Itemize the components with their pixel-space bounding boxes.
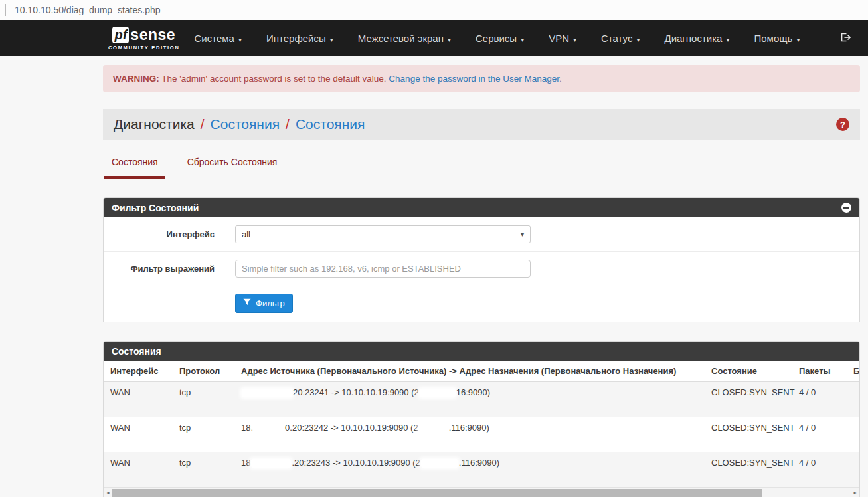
change-password-link[interactable]: Change the password in the User Manager. — [389, 74, 561, 84]
redacted-address-segment — [420, 389, 456, 397]
filter-button-row: Фильтр — [104, 286, 859, 322]
scrollbar-track[interactable] — [112, 488, 851, 497]
top-navbar: pf sense COMMUNITY EDITION Система▾Интер… — [0, 20, 868, 56]
tab-inactive[interactable]: Сбросить Состояния — [180, 157, 285, 179]
state-row: WANtcp18.0.20:23242 -> 10.10.10.19:9090 … — [104, 417, 859, 452]
states-panel: Состояния ИнтерфейсПротоколАдрес Источни… — [103, 341, 860, 497]
address-text: 20:23241 -> 10.10.10.19:9090 (2 — [293, 387, 419, 397]
chevron-down-icon: ▾ — [521, 36, 524, 43]
nav-item-label: Система — [195, 33, 234, 44]
help-icon[interactable]: ? — [836, 118, 849, 131]
scroll-right-arrow-icon[interactable]: ▸ — [851, 488, 859, 497]
logout-button[interactable] — [839, 32, 851, 45]
states-table-header-row: ИнтерфейсПротоколАдрес Источника (Первон… — [104, 361, 859, 382]
cell-address: 20:23241 -> 10.10.10.19:9090 (216:9090) — [234, 382, 705, 417]
cell-state: CLOSED:SYN_SENT — [705, 452, 792, 488]
states-table: ИнтерфейсПротоколАдрес Источника (Первон… — [104, 361, 859, 488]
tab-active[interactable]: Состояния — [104, 157, 165, 179]
redacted-address-segment — [419, 424, 448, 433]
nav-item-label: Сервисы — [476, 33, 517, 44]
nav-item-vpn[interactable]: VPN▾ — [549, 26, 576, 50]
chevron-down-icon: ▾ — [238, 36, 242, 43]
breadcrumb-link[interactable]: Состояния — [296, 116, 365, 132]
states-table-container: ИнтерфейсПротоколАдрес Источника (Первон… — [104, 361, 859, 488]
filter-panel: Фильтр Состояний Интерфейс all ▾ Фильтр … — [103, 197, 860, 322]
collapse-panel-icon[interactable] — [841, 203, 851, 213]
tab-bar: СостоянияСбросить Состояния — [103, 157, 860, 179]
filter-expression-label: Фильтр выражений — [104, 264, 215, 274]
column-header: Состояние — [705, 361, 792, 382]
filter-button-label: Фильтр — [256, 298, 285, 308]
nav-item-label: Помощь — [754, 33, 792, 44]
breadcrumb-link[interactable]: Состояния — [211, 116, 280, 132]
browser-address-bar[interactable]: 10.10.10.50/diag_dump_states.php — [0, 0, 868, 20]
address-text: .116:9090) — [459, 458, 499, 468]
column-header: Байты — [847, 361, 859, 382]
warning-prefix: WARNING: — [113, 74, 159, 84]
nav-item-diagnostics[interactable]: Диагностика▾ — [664, 26, 729, 50]
chevron-down-icon: ▾ — [448, 36, 451, 43]
nav-item-system[interactable]: Система▾ — [195, 26, 242, 50]
redacted-address-segment — [421, 459, 458, 468]
interface-form-row: Интерфейс all ▾ — [104, 217, 859, 252]
url-divider — [5, 4, 6, 16]
nav-item-interfaces[interactable]: Интерфейсы▾ — [266, 26, 333, 50]
breadcrumb-separator: / — [286, 116, 290, 132]
logout-icon — [839, 32, 851, 45]
column-header: Интерфейс — [104, 361, 173, 382]
pfsense-logo[interactable]: pf sense COMMUNITY EDITION — [108, 27, 180, 50]
column-header: Адрес Источника (Первоначального Источни… — [234, 361, 705, 382]
scroll-left-arrow-icon[interactable]: ◂ — [104, 488, 112, 497]
filter-expression-input[interactable] — [235, 260, 531, 278]
breadcrumb-section: Диагностика — [114, 116, 195, 132]
page-url: 10.10.10.50/diag_dump_states.php — [15, 5, 161, 15]
nav-item-label: Интерфейсы — [266, 33, 326, 44]
breadcrumb-separator: / — [201, 116, 205, 132]
nav-item-firewall[interactable]: Межсетевой экран▾ — [358, 26, 451, 50]
chevron-down-icon: ▾ — [726, 36, 729, 43]
pfsense-logo-sense-text: sense — [130, 27, 175, 43]
nav-item-label: VPN — [549, 33, 569, 44]
address-text: 16:9090) — [456, 387, 490, 397]
chevron-down-icon: ▾ — [796, 36, 800, 43]
nav-item-status[interactable]: Статус▾ — [601, 26, 640, 50]
filter-expression-form-row: Фильтр выражений — [104, 252, 859, 286]
redacted-address-segment — [251, 459, 291, 468]
nav-item-help[interactable]: Помощь▾ — [754, 26, 800, 50]
nav-item-label: Диагностика — [664, 33, 722, 44]
main-menu: Система▾Интерфейсы▾Межсетевой экран▾Серв… — [195, 26, 839, 50]
interface-select[interactable]: all ▾ — [235, 225, 531, 243]
nav-item-label: Статус — [601, 33, 632, 44]
cell-state: CLOSED:SYN_SENT — [705, 382, 792, 417]
cell-bytes — [847, 452, 859, 488]
address-text: .20:23243 -> 10.10.10.19:9090 (2 — [292, 458, 420, 468]
nav-item-services[interactable]: Сервисы▾ — [476, 26, 524, 50]
column-header: Протокол — [173, 361, 234, 382]
cell-address: 18.0.20:23242 -> 10.10.10.19:9090 (2.116… — [234, 417, 705, 452]
nav-item-label: Межсетевой экран — [358, 33, 444, 44]
filter-button[interactable]: Фильтр — [235, 294, 293, 313]
redacted-address-segment — [254, 424, 284, 433]
horizontal-scrollbar[interactable]: ◂ ▸ — [104, 488, 859, 497]
cell-bytes — [847, 382, 859, 417]
state-row: WANtcp20:23241 -> 10.10.10.19:9090 (216:… — [104, 382, 859, 417]
cell-protocol: tcp — [173, 452, 234, 488]
scrollbar-thumb[interactable] — [112, 489, 762, 497]
community-edition-label: COMMUNITY EDITION — [108, 45, 180, 50]
cell-packets: 4 / 0 — [792, 382, 847, 417]
pfsense-logo-pf-badge: pf — [112, 27, 129, 43]
warning-text: The 'admin' account password is set to t… — [159, 74, 389, 84]
address-text: .116:9090) — [449, 423, 489, 433]
address-text: 18. — [241, 423, 253, 433]
column-header: Пакеты — [792, 361, 847, 382]
filter-panel-header: Фильтр Состояний — [104, 198, 859, 217]
cell-bytes — [847, 417, 859, 452]
interface-label: Интерфейс — [104, 229, 215, 239]
states-panel-title: Состояния — [112, 346, 161, 357]
cell-address: 18.20:23243 -> 10.10.10.19:9090 (2.116:9… — [234, 452, 705, 488]
cell-protocol: tcp — [173, 417, 234, 452]
chevron-down-icon: ▾ — [573, 36, 576, 43]
chevron-down-icon: ▾ — [521, 231, 524, 238]
filter-funnel-icon — [243, 298, 251, 308]
chevron-down-icon: ▾ — [330, 36, 333, 43]
